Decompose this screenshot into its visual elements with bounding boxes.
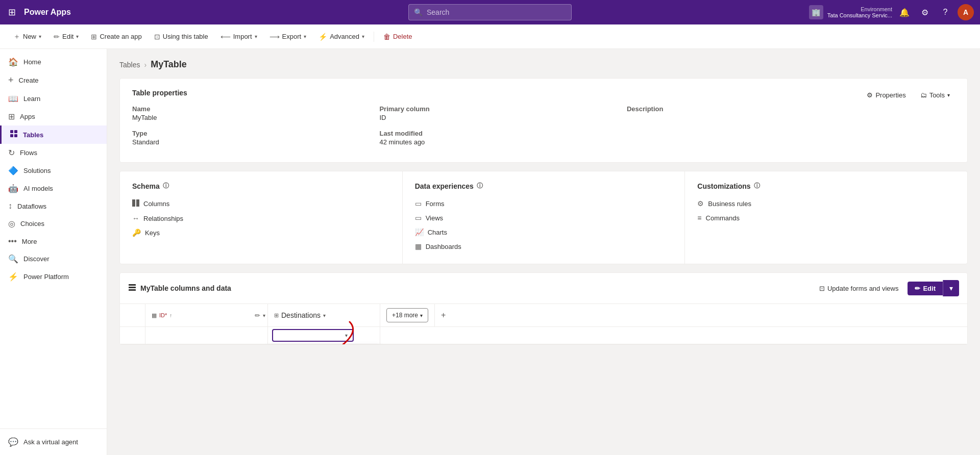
destinations-cell[interactable]: ▾ Jaipur Mumbai Delhi Lucknow: [268, 327, 380, 344]
delete-button[interactable]: 🗑 Delete: [378, 30, 418, 44]
import-chevron-icon: ▾: [255, 34, 257, 39]
sidebar-item-dataflows[interactable]: ↕ Dataflows: [0, 197, 107, 215]
edit-button-group: ✏ Edit ▾: [908, 280, 959, 296]
views-icon: ▭: [415, 214, 422, 222]
environment-name: Tata Consultancy Servic...: [827, 12, 892, 18]
sidebar-item-ai-models[interactable]: 🤖 AI models: [0, 180, 107, 197]
sidebar-label-learn: Learn: [23, 95, 40, 103]
using-this-table-button[interactable]: ⊡ Using this table: [149, 30, 213, 44]
help-icon[interactable]: ?: [937, 4, 953, 20]
data-section-title: MyTable columns and data: [128, 284, 231, 293]
flows-icon: ↻: [8, 148, 15, 158]
sidebar-item-power-platform[interactable]: ⚡ Power Platform: [0, 268, 107, 286]
dataflows-icon: ↕: [8, 201, 12, 211]
dashboards-link[interactable]: ▦ Dashboards: [415, 239, 673, 254]
sidebar-item-apps[interactable]: ⊞ Apps: [0, 108, 107, 125]
destinations-col-label: Destinations: [281, 311, 321, 319]
name-label: Name MyTable: [132, 105, 367, 128]
id-col-pencil-icon[interactable]: ✏: [255, 312, 260, 319]
avatar[interactable]: A: [958, 4, 974, 20]
edit-chevron-button[interactable]: ▾: [943, 280, 959, 296]
more-icon: •••: [8, 237, 17, 246]
table-props-actions: ⚙ Properties 🗂 Tools ▾: [862, 89, 955, 152]
views-link[interactable]: ▭ Views: [415, 211, 673, 225]
destinations-column-header[interactable]: ⊞ Destinations ▾: [268, 304, 380, 326]
charts-link[interactable]: 📈 Charts: [415, 225, 673, 239]
sidebar-item-tables[interactable]: Tables: [0, 125, 107, 144]
settings-icon[interactable]: ⚙: [917, 4, 933, 20]
tools-button[interactable]: 🗂 Tools ▾: [915, 89, 955, 102]
add-column-button[interactable]: +: [435, 304, 452, 326]
schema-title: Schema ⓘ: [132, 182, 390, 190]
home-icon: 🏠: [8, 57, 18, 67]
charts-icon: 📈: [415, 228, 424, 236]
breadcrumb-tables-link[interactable]: Tables: [119, 61, 140, 69]
business-rules-link[interactable]: ⚙ Business rules: [697, 196, 955, 211]
svg-rect-7: [129, 287, 136, 288]
sidebar-label-dataflows: Dataflows: [17, 203, 46, 210]
more-columns-button[interactable]: +18 more ▾: [386, 308, 428, 322]
table-props-title: Table properties: [132, 89, 862, 97]
svg-rect-6: [129, 284, 136, 286]
schema-info-icon: ⓘ: [163, 182, 169, 190]
new-button[interactable]: ＋ New ▾: [8, 29, 46, 44]
app-title: Power Apps: [24, 8, 71, 17]
main-content: Tables › MyTable Table properties Name M…: [107, 49, 980, 455]
forms-link[interactable]: ▭ Forms: [415, 196, 673, 211]
table-row: ▾ Jaipur Mumbai Delhi Lucknow: [120, 327, 967, 344]
power-platform-icon: ⚡: [8, 272, 18, 282]
sidebar-item-solutions[interactable]: 🔷 Solutions: [0, 162, 107, 180]
properties-button[interactable]: ⚙ Properties: [862, 89, 911, 102]
breadcrumb-current: MyTable: [151, 59, 187, 70]
schema-card: Schema ⓘ Columns ↔ Relationships 🔑 Keys: [120, 171, 403, 264]
grid-icon[interactable]: ⊞: [6, 5, 18, 20]
sidebar-item-discover[interactable]: 🔍 Discover: [0, 250, 107, 268]
id-cell: [145, 327, 268, 344]
import-button[interactable]: ⟵ Import ▾: [215, 30, 262, 44]
learn-icon: 📖: [8, 94, 18, 104]
notifications-icon[interactable]: 🔔: [896, 4, 913, 20]
update-forms-button[interactable]: ⊡ Update forms and views: [814, 282, 903, 295]
schema-relationships-link[interactable]: ↔ Relationships: [132, 211, 390, 225]
discover-icon: 🔍: [8, 254, 18, 264]
sidebar-item-choices[interactable]: ◎ Choices: [0, 215, 107, 233]
dropdown-input[interactable]: ▾: [272, 329, 354, 342]
create-app-button[interactable]: ⊞ Create an app: [86, 30, 146, 44]
search-bar[interactable]: 🔍: [408, 4, 572, 20]
edit-icon: ✏: [54, 33, 60, 41]
plus-icon: ＋: [13, 32, 20, 41]
columns-icon: [132, 199, 139, 208]
svg-rect-8: [129, 289, 136, 291]
sidebar-item-create[interactable]: + Create: [0, 71, 107, 90]
table-properties-card: Table properties Name MyTable Primary co…: [119, 78, 968, 163]
sidebar-item-ask-agent[interactable]: 💬 Ask a virtual agent: [0, 433, 107, 451]
schema-keys-link[interactable]: 🔑 Keys: [132, 225, 390, 240]
search-input[interactable]: [427, 8, 566, 16]
id-column-header[interactable]: ▦ ID* ↑ ✏ ▾: [145, 304, 268, 326]
advanced-button[interactable]: ⚡ Advanced ▾: [313, 30, 370, 44]
sidebar-item-home[interactable]: 🏠 Home: [0, 53, 107, 71]
tools-icon: 🗂: [920, 91, 927, 99]
data-experiences-card: Data experiences ⓘ ▭ Forms ▭ Views 📈 Cha…: [403, 171, 685, 264]
sidebar-item-flows[interactable]: ↻ Flows: [0, 144, 107, 162]
more-columns-btn[interactable]: +18 more ▾: [380, 304, 435, 326]
sidebar: 🏠 Home + Create 📖 Learn ⊞ Apps Tables ↻ …: [0, 49, 107, 455]
customizations-info-icon: ⓘ: [754, 182, 760, 190]
export-button[interactable]: ⟶ Export ▾: [264, 30, 312, 44]
id-col-chevron-icon[interactable]: ▾: [263, 313, 265, 318]
edit-chevron-icon: ▾: [76, 34, 79, 39]
export-chevron-icon: ▾: [304, 34, 306, 39]
environment-icon: 🏢: [809, 5, 823, 19]
schema-columns-link[interactable]: Columns: [132, 196, 390, 211]
sidebar-label-power-platform: Power Platform: [23, 273, 69, 281]
destinations-col-icon: ⊞: [274, 312, 279, 319]
edit-toolbar-button[interactable]: ✏ Edit ▾: [48, 30, 84, 44]
sidebar-item-more[interactable]: ••• More: [0, 233, 107, 250]
sidebar-label-apps: Apps: [20, 113, 35, 120]
commands-link[interactable]: ≡ Commands: [697, 211, 955, 225]
apps-icon: ⊞: [8, 112, 15, 121]
tools-chevron-icon: ▾: [947, 92, 950, 98]
sidebar-item-learn[interactable]: 📖 Learn: [0, 90, 107, 108]
edit-main-button[interactable]: ✏ Edit: [908, 282, 943, 295]
breadcrumb: Tables › MyTable: [119, 59, 968, 70]
